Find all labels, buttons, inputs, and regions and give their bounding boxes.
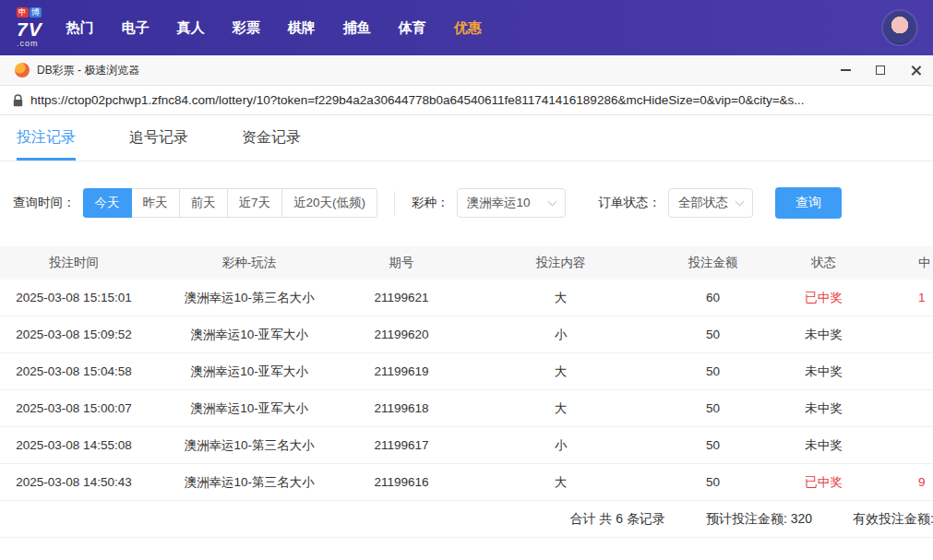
logo-badge-right: 博: [30, 7, 42, 18]
bet-content: 大: [452, 400, 669, 417]
status-badge: 未中奖: [757, 327, 891, 343]
lottery-filter-label: 彩种：: [412, 195, 449, 211]
bet-content: 小: [452, 327, 669, 343]
table-header-row: 投注时间 彩种-玩法 期号 投注内容 投注金额 状态 中: [0, 246, 933, 280]
bet-time: 2025-03-08 14:50:43: [0, 475, 148, 489]
lock-icon: [13, 94, 23, 107]
issue-number: 21199619: [351, 364, 452, 378]
table-row: 2025-03-08 15:15:01 澳洲幸运10-第三名大小 2119962…: [0, 280, 933, 316]
bet-content: 大: [452, 290, 669, 306]
tab-chase-records[interactable]: 追号记录: [129, 115, 188, 161]
minimize-icon: [841, 69, 851, 71]
chevron-down-icon: [736, 197, 745, 206]
maximize-icon: [876, 66, 885, 75]
issue-number: 21199618: [351, 401, 452, 415]
time-filter-label: 查询时间：: [13, 195, 76, 211]
nav-item-promo[interactable]: 优惠: [454, 19, 482, 37]
bet-amount: 50: [669, 475, 757, 489]
bet-time: 2025-03-08 15:09:52: [0, 328, 148, 341]
time-option-today[interactable]: 今天: [83, 188, 132, 218]
bet-time: 2025-03-08 15:04:58: [0, 364, 148, 378]
logo-name: 7V: [17, 19, 42, 39]
status-badge: 未中奖: [757, 400, 891, 417]
game-name: 澳洲幸运10-第三名大小: [148, 290, 351, 306]
header-game: 彩种-玩法: [148, 255, 351, 271]
window-controls: [828, 55, 933, 85]
nav-item-hot[interactable]: 热门: [66, 19, 94, 37]
nav-item-cards[interactable]: 棋牌: [288, 19, 316, 37]
close-button[interactable]: [898, 55, 933, 85]
table-row: 2025-03-08 14:50:43 澳洲幸运10-第三名大小 2119961…: [0, 464, 933, 501]
time-option-7days[interactable]: 近7天: [227, 188, 283, 218]
issue-number: 21199617: [351, 438, 452, 452]
summary-valid: 有效投注金额:: [853, 511, 933, 528]
logo-badge-left: 申: [17, 7, 29, 18]
order-status-value: 全部状态: [678, 195, 728, 211]
nav-item-fishing[interactable]: 捕鱼: [343, 19, 371, 37]
bet-amount: 60: [669, 291, 757, 304]
summary-total: 合计 共 6 条记录: [570, 511, 665, 528]
browser-titlebar: DB彩票 - 极速浏览器: [0, 55, 933, 86]
table-row: 2025-03-08 14:55:08 澳洲幸运10-第三名大小 2119961…: [0, 427, 933, 464]
avatar[interactable]: [881, 9, 918, 46]
header-status: 状态: [757, 255, 891, 271]
status-badge: 未中奖: [757, 437, 891, 454]
chevron-down-icon: [547, 197, 556, 206]
filter-bar: 查询时间： 今天 昨天 前天 近7天 近20天(低频) 彩种： 澳洲幸运10 订…: [0, 161, 933, 246]
tab-fund-records[interactable]: 资金记录: [242, 115, 301, 161]
header-bet-content: 投注内容: [452, 255, 669, 271]
nav-item-live[interactable]: 真人: [177, 19, 205, 37]
nav-item-sports[interactable]: 体育: [399, 19, 426, 37]
prize-amount: 1: [891, 291, 933, 304]
time-option-yesterday[interactable]: 昨天: [131, 188, 180, 218]
status-filter-label: 订单状态：: [599, 195, 662, 211]
summary-expected: 预计投注金额: 320: [706, 511, 812, 528]
game-name: 澳洲幸运10-亚军大小: [148, 327, 351, 343]
issue-number: 21199616: [351, 475, 452, 489]
game-name: 澳洲幸运10-第三名大小: [148, 437, 351, 454]
logo-suffix: .com: [17, 40, 42, 48]
issue-number: 21199620: [351, 328, 452, 341]
header-bet-amount: 投注金额: [669, 255, 757, 271]
query-button[interactable]: 查询: [775, 187, 842, 219]
game-name: 澳洲幸运10-亚军大小: [148, 363, 351, 380]
records-table: 投注时间 彩种-玩法 期号 投注内容 投注金额 状态 中 2025-03-08 …: [0, 246, 933, 538]
time-filter-group: 今天 昨天 前天 近7天 近20天(低频): [83, 188, 378, 218]
filter-divider: [394, 191, 395, 215]
bet-time: 2025-03-08 15:00:07: [0, 401, 148, 415]
nav-item-slots[interactable]: 电子: [122, 19, 150, 37]
status-badge: 已中奖: [757, 290, 891, 306]
window-title: DB彩票 - 极速浏览器: [37, 63, 139, 78]
summary-bar: 合计 共 6 条记录 预计投注金额: 320 有效投注金额:: [0, 501, 933, 538]
time-option-daybefore[interactable]: 前天: [179, 188, 228, 218]
browser-favicon-icon: [15, 63, 30, 77]
bet-amount: 50: [669, 438, 757, 452]
bet-amount: 50: [669, 328, 757, 341]
header-prize: 中: [891, 255, 933, 271]
minimize-button[interactable]: [828, 55, 863, 85]
header-issue: 期号: [351, 255, 452, 271]
table-row: 2025-03-08 15:09:52 澳洲幸运10-亚军大小 21199620…: [0, 316, 933, 353]
bet-amount: 50: [669, 364, 757, 378]
bet-time: 2025-03-08 14:55:08: [0, 438, 148, 452]
site-header: 申 博 7V .com 热门 电子 真人 彩票 棋牌 捕鱼 体育 优惠: [0, 0, 933, 55]
main-nav: 热门 电子 真人 彩票 棋牌 捕鱼 体育 优惠: [66, 19, 482, 37]
tab-bet-records[interactable]: 投注记录: [17, 115, 76, 161]
record-tabs: 投注记录 追号记录 资金记录: [0, 115, 933, 161]
bet-content: 大: [452, 363, 669, 380]
bet-time: 2025-03-08 15:15:01: [0, 291, 148, 304]
maximize-button[interactable]: [863, 55, 898, 85]
order-status-select[interactable]: 全部状态: [668, 188, 753, 218]
site-logo[interactable]: 申 博 7V .com: [17, 7, 42, 48]
issue-number: 21199621: [351, 291, 452, 304]
time-option-20days[interactable]: 近20天(低频): [281, 188, 377, 218]
table-row: 2025-03-08 15:00:07 澳洲幸运10-亚军大小 21199618…: [0, 390, 933, 427]
game-name: 澳洲幸运10-第三名大小: [148, 474, 351, 491]
bet-content: 大: [452, 474, 669, 491]
status-badge: 已中奖: [757, 474, 891, 491]
nav-item-lottery[interactable]: 彩票: [233, 19, 260, 37]
url-text: https://ctop02pchwp1.zfnc84.com/lottery/…: [30, 93, 805, 107]
address-bar[interactable]: https://ctop02pchwp1.zfnc84.com/lottery/…: [0, 86, 933, 115]
lottery-select[interactable]: 澳洲幸运10: [457, 188, 566, 218]
bet-content: 小: [452, 437, 669, 454]
